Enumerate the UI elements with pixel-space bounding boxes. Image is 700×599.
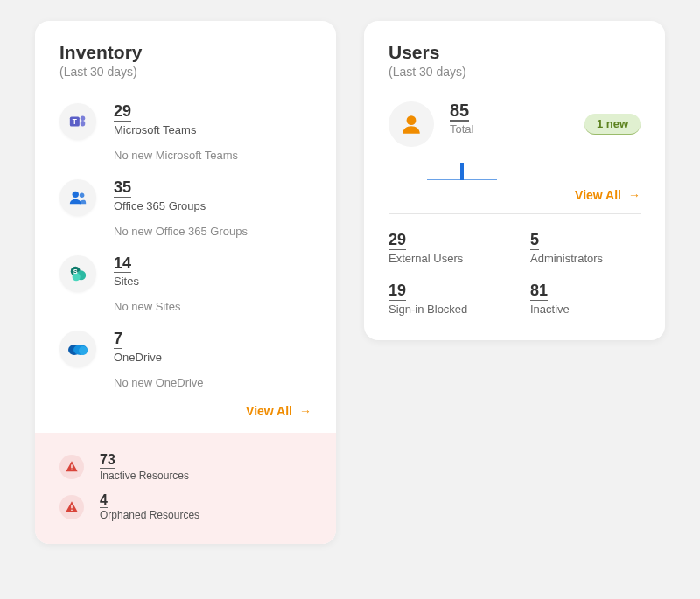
alert-count: 73 xyxy=(100,452,116,469)
inventory-subtitle: (Last 30 days) xyxy=(60,65,312,79)
alert-label: Inactive Resources xyxy=(100,470,189,482)
svg-point-5 xyxy=(80,192,85,198)
sharepoint-icon: S xyxy=(60,255,96,292)
alert-count: 4 xyxy=(100,492,108,509)
svg-point-12 xyxy=(79,346,88,355)
inventory-item-onedrive[interactable]: 7 OneDrive No new OneDrive xyxy=(60,322,312,398)
svg-point-4 xyxy=(73,191,79,197)
users-card: Users (Last 30 days) 85 Total 1 new View… xyxy=(364,21,665,340)
svg-rect-16 xyxy=(71,509,72,510)
inventory-nonew: No new Sites xyxy=(114,300,312,313)
users-total-count: 85 xyxy=(450,101,469,122)
stat-count: 81 xyxy=(530,282,548,301)
users-new-badge: 1 new xyxy=(584,114,640,135)
svg-text:S: S xyxy=(74,268,78,275)
svg-rect-3 xyxy=(80,121,86,126)
warning-icon xyxy=(60,455,84,479)
stat-count: 5 xyxy=(530,232,539,250)
users-view-all-link[interactable]: View All xyxy=(575,188,640,202)
svg-point-17 xyxy=(407,115,416,125)
inventory-count: 14 xyxy=(114,255,131,274)
inventory-label: Microsoft Teams xyxy=(114,123,312,136)
onedrive-icon xyxy=(60,331,96,367)
svg-rect-14 xyxy=(71,470,72,470)
stat-count: 29 xyxy=(388,232,406,250)
inventory-list: T 29 Microsoft Teams No new Microsoft Te… xyxy=(35,86,336,398)
inventory-title: Inventory xyxy=(60,42,312,63)
inventory-view-all-link[interactable]: View All xyxy=(246,404,312,418)
inventory-item-teams[interactable]: T 29 Microsoft Teams No new Microsoft Te… xyxy=(60,94,312,171)
svg-rect-13 xyxy=(71,464,72,468)
inventory-label: Sites xyxy=(114,275,312,288)
stat-label: Inactive xyxy=(530,303,640,316)
users-sparkline xyxy=(418,157,665,180)
svg-rect-15 xyxy=(71,505,72,508)
inventory-count: 29 xyxy=(114,103,131,122)
alert-inactive-resources[interactable]: 73 Inactive Resources xyxy=(60,447,312,487)
warning-icon xyxy=(60,495,84,519)
person-icon xyxy=(388,101,434,147)
svg-text:T: T xyxy=(73,118,77,126)
stat-label: Administrators xyxy=(530,252,640,265)
users-stats: 29 External Users 5 Administrators 19 Si… xyxy=(364,214,665,340)
inventory-count: 7 xyxy=(114,331,122,349)
stat-inactive[interactable]: 81 Inactive xyxy=(530,282,640,316)
users-total-label: Total xyxy=(450,122,569,136)
users-title: Users xyxy=(388,42,640,63)
alert-label: Orphaned Resources xyxy=(100,509,200,521)
stat-count: 19 xyxy=(388,282,406,301)
inventory-label: Office 365 Groups xyxy=(114,199,312,212)
stat-administrators[interactable]: 5 Administrators xyxy=(530,232,640,265)
teams-icon: T xyxy=(60,103,96,140)
inventory-nonew: No new Microsoft Teams xyxy=(114,149,312,162)
stat-label: Sign-in Blocked xyxy=(388,303,499,316)
groups-icon xyxy=(60,179,96,216)
inventory-card: Inventory (Last 30 days) T 29 Microsoft … xyxy=(35,21,336,544)
inventory-count: 35 xyxy=(114,179,131,198)
inventory-alerts: 73 Inactive Resources 4 Orphaned Resourc… xyxy=(35,433,336,544)
stat-signin-blocked[interactable]: 19 Sign-in Blocked xyxy=(388,282,499,316)
inventory-label: OneDrive xyxy=(114,351,312,364)
inventory-nonew: No new Office 365 Groups xyxy=(114,225,312,238)
inventory-nonew: No new OneDrive xyxy=(114,376,312,389)
users-subtitle: (Last 30 days) xyxy=(388,65,640,79)
alert-orphaned-resources[interactable]: 4 Orphaned Resources xyxy=(60,487,312,527)
svg-point-2 xyxy=(80,116,86,122)
stat-external-users[interactable]: 29 External Users xyxy=(388,232,499,265)
inventory-item-sites[interactable]: S 14 Sites No new Sites xyxy=(60,247,312,323)
stat-label: External Users xyxy=(388,252,499,265)
inventory-item-groups[interactable]: 35 Office 365 Groups No new Office 365 G… xyxy=(60,171,312,247)
